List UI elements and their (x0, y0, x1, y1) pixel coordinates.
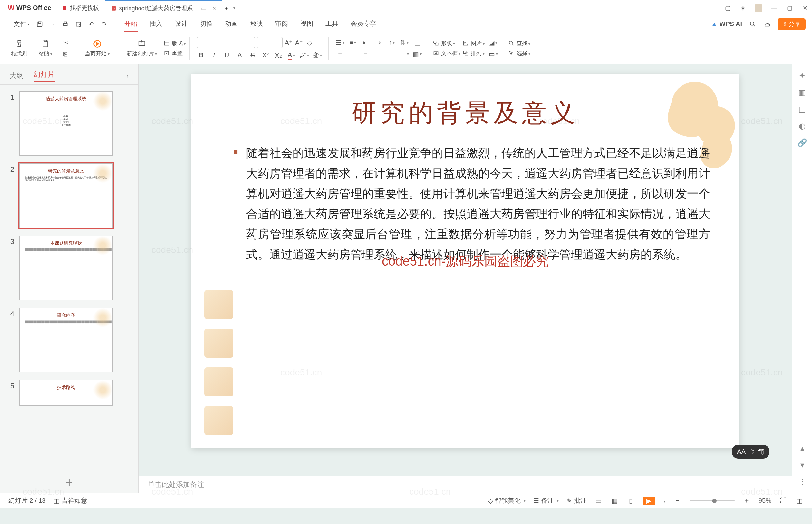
menu-tab-member[interactable]: 会员专享 (350, 16, 377, 32)
tab-current-document[interactable]: P springboot逍遥大药房管理系… ▭ ✕ (105, 0, 222, 16)
slide-thumbnail-3[interactable]: 本课题研究现状 ████████████████████████████████… (19, 235, 113, 300)
search-icon[interactable] (749, 21, 756, 28)
share-button[interactable]: ⇪ 分享 (778, 18, 806, 30)
tab-templates[interactable]: 找稻壳模板 (56, 0, 105, 16)
menu-tab-animation[interactable]: 动画 (224, 16, 238, 32)
slide-thumbnail-5[interactable]: 技术路线 (19, 380, 113, 406)
align-justify-icon[interactable]: ☰ (375, 50, 383, 58)
slideshow-icon[interactable]: ▭ (201, 5, 206, 12)
paste-button[interactable]: 粘贴 (34, 39, 57, 58)
triangle-down-icon[interactable]: ▾ (797, 460, 807, 470)
font-size-select[interactable] (257, 37, 283, 48)
italic-icon[interactable]: I (210, 51, 218, 60)
menu-tab-slideshow[interactable]: 放映 (249, 16, 264, 32)
picture-button[interactable]: 图片 (462, 39, 485, 47)
add-slide-button[interactable]: + (0, 472, 138, 493)
subscript-icon[interactable]: X₂ (274, 51, 283, 60)
smartart-icon[interactable]: ▦ (413, 50, 421, 58)
material-icon[interactable]: ◫ (797, 104, 807, 114)
arrange-button[interactable]: 排列 (462, 50, 485, 57)
redo-icon[interactable]: ↷ (101, 21, 107, 28)
indent-left-icon[interactable]: ⇤ (362, 38, 370, 47)
text-direction-icon[interactable]: ⇅ (400, 38, 409, 47)
align-right-icon[interactable]: ≡ (362, 50, 370, 58)
zoom-in-icon[interactable]: ＋ (742, 496, 751, 505)
bullet-list-icon[interactable]: ☰ (336, 38, 344, 47)
collapse-panel-icon[interactable]: ‹ (126, 72, 129, 80)
menu-tab-insert[interactable]: 插入 (149, 16, 163, 32)
current-slide[interactable]: 研究的背景及意义 随着社会的迅速发展和药房行业竞争的日益激烈，传统的人工管理方式… (192, 74, 739, 448)
font-color-icon[interactable]: A (287, 51, 296, 60)
accessibility-pill[interactable]: AA ☽ 简 (732, 445, 769, 459)
slides-tab[interactable]: 幻灯片 (34, 70, 55, 82)
columns-icon[interactable]: ▥ (413, 38, 421, 47)
undo-icon[interactable]: ↶ (88, 21, 95, 28)
superscript-icon[interactable]: X² (261, 51, 270, 60)
layout-button[interactable]: 版式 (163, 39, 186, 47)
notes-toggle[interactable]: ☰ 备注 (533, 496, 559, 505)
play-from-current-button[interactable]: 当页开始 (80, 39, 114, 58)
highlight-icon[interactable]: 🖍 (300, 51, 308, 60)
menu-tab-design[interactable]: 设计 (174, 16, 188, 32)
save-icon[interactable] (36, 21, 43, 28)
align-distribute-icon[interactable]: ☰ (387, 50, 396, 58)
tab-list-dropdown[interactable] (230, 4, 238, 12)
print-preview-icon[interactable] (75, 21, 82, 28)
avatar-icon[interactable] (755, 4, 762, 12)
close-icon[interactable]: ✕ (212, 6, 216, 11)
slide-thumbnail-4[interactable]: 研究内容 ███████████████████████████████████… (19, 308, 113, 372)
textbox-button[interactable]: A文本框 (433, 50, 461, 57)
menu-tab-transition[interactable]: 切换 (199, 16, 213, 32)
cube-icon[interactable]: ◈ (739, 4, 747, 12)
slideshow-button[interactable]: ▶ (643, 496, 655, 505)
outline-color-icon[interactable]: ▭ (489, 50, 498, 58)
slide-body-text[interactable]: 随着社会的迅速发展和药房行业竞争的日益激烈，传统的人工管理方式已经不足以满足逍遥… (220, 143, 710, 265)
pinyin-icon[interactable]: 变 (313, 51, 321, 60)
minimize-icon[interactable]: — (770, 4, 778, 12)
maximize-icon[interactable]: ▢ (785, 4, 793, 12)
notes-input[interactable]: 单击此处添加备注 (138, 476, 792, 493)
comments-toggle[interactable]: ✎ 批注 (566, 496, 587, 505)
settings-icon[interactable]: ◫ (795, 496, 803, 505)
window-list-icon[interactable]: ▢ (724, 4, 731, 12)
wps-ai-button[interactable]: ▲ WPS AI (711, 20, 742, 28)
normal-view-icon[interactable]: ▭ (595, 496, 603, 505)
new-slide-button[interactable]: 新建幻灯片 (122, 39, 162, 58)
select-button[interactable]: 选择 (508, 50, 530, 57)
copy-icon[interactable]: ⎘ (61, 50, 70, 58)
transition-icon[interactable]: ◐ (797, 121, 807, 131)
fit-window-icon[interactable]: ⛶ (779, 496, 788, 505)
menu-tab-home[interactable]: 开始 (124, 16, 138, 32)
slideshow-dropdown[interactable] (663, 497, 666, 504)
font-family-select[interactable] (197, 37, 255, 48)
menu-tab-view[interactable]: 视图 (300, 16, 314, 32)
menu-tab-tools[interactable]: 工具 (325, 16, 339, 32)
file-menu[interactable]: ☰ 文件 ▾ (6, 20, 30, 28)
underline-icon[interactable]: U (223, 51, 231, 60)
increase-font-icon[interactable]: A⁺ (284, 38, 293, 47)
fill-color-icon[interactable]: ◢ (489, 38, 498, 47)
shadow-icon[interactable]: A (235, 51, 244, 60)
align-center-icon[interactable]: ☰ (349, 50, 357, 58)
triangle-up-icon[interactable]: ▴ (797, 443, 807, 453)
slide-thumbnail-2[interactable]: 研究的背景及意义 随着社会的迅速发展和药房行业竞争的日益激烈，传统的人工管理方式… (19, 163, 113, 228)
beautify-button[interactable]: ◇ 智能美化 (488, 496, 526, 505)
indent-right-icon[interactable]: ⇥ (375, 38, 383, 47)
print-icon[interactable] (62, 21, 69, 28)
reading-view-icon[interactable]: ▯ (627, 496, 635, 505)
close-window-icon[interactable]: ✕ (801, 4, 809, 12)
more-icon[interactable]: ⋮ (797, 477, 807, 487)
cloud-icon[interactable] (763, 21, 770, 28)
number-list-icon[interactable]: ≡ (349, 38, 357, 47)
line-spacing-icon[interactable]: ↕ (387, 38, 396, 47)
reset-button[interactable]: 重置 (163, 50, 186, 57)
decrease-font-icon[interactable]: A⁻ (295, 38, 303, 47)
new-tab-button[interactable]: ＋ (222, 4, 230, 12)
save-dropdown[interactable] (49, 21, 56, 28)
zoom-out-icon[interactable]: − (674, 496, 682, 505)
clear-format-icon[interactable]: ◇ (305, 38, 314, 47)
sparkle-icon[interactable]: ✦ (797, 71, 807, 81)
outline-tab[interactable]: 大纲 (10, 71, 24, 81)
align-vertical-icon[interactable]: ☰ (400, 50, 409, 58)
menu-tab-review[interactable]: 审阅 (275, 16, 289, 32)
